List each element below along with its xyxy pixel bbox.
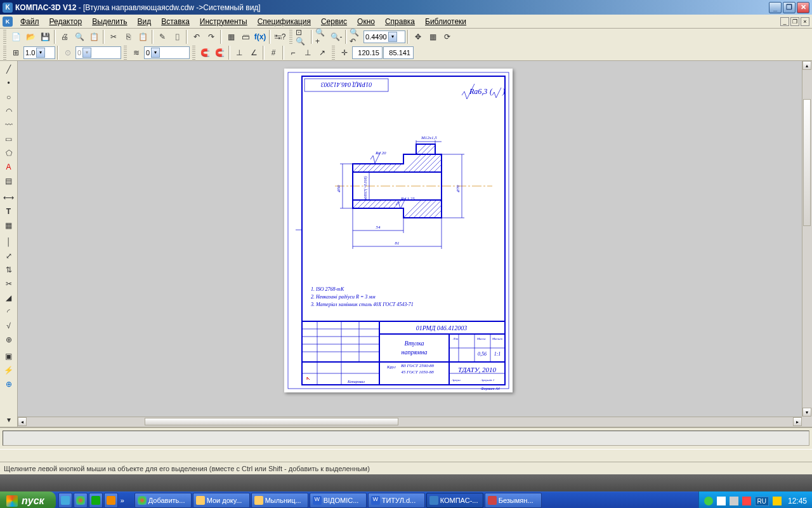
zoom-in-button[interactable]: 🔍+ <box>315 30 329 44</box>
coord-x-field[interactable]: 120.15 <box>352 46 383 59</box>
ql-app2-button[interactable] <box>104 493 118 508</box>
measure-tool-button[interactable]: ⊕ <box>1 377 16 391</box>
language-indicator[interactable]: RU <box>755 497 769 506</box>
roughness-tool-button[interactable]: √ <box>1 319 16 333</box>
perp-snap-button[interactable]: ⊥ <box>301 46 315 60</box>
grip-icon[interactable] <box>289 30 292 44</box>
tray-safely-remove-icon[interactable] <box>704 497 713 505</box>
grid-toggle-button[interactable]: ⊞ <box>9 46 23 60</box>
text-tool-button[interactable]: A <box>1 160 16 174</box>
mdi-minimize-button[interactable]: _ <box>780 17 789 26</box>
separator-bar[interactable] <box>0 449 812 462</box>
view-tool-button[interactable]: ▣ <box>1 349 16 363</box>
horizontal-scrollbar[interactable]: ◂ ▸ <box>18 417 802 427</box>
new-button[interactable]: 📄 <box>9 30 23 44</box>
properties-button[interactable]: ✎ <box>155 30 169 44</box>
mirror-tool-button[interactable]: ⇅ <box>1 263 16 277</box>
fx-button[interactable]: f(x) <box>253 30 267 44</box>
property-panel-inner[interactable] <box>3 431 809 446</box>
pan-button[interactable]: ✥ <box>411 30 425 44</box>
tolerance-tool-button[interactable]: ⊕ <box>1 333 16 347</box>
rect-tool-button[interactable]: ▭ <box>1 132 16 146</box>
angle-snap-button[interactable]: ⌐ <box>286 46 300 60</box>
clock[interactable]: 12:45 <box>788 497 807 505</box>
grip-icon[interactable] <box>124 46 127 60</box>
grip-icon[interactable] <box>3 30 6 44</box>
tray-shield-icon[interactable] <box>742 497 751 505</box>
track-button[interactable]: ↗ <box>315 46 329 60</box>
refresh-button[interactable]: ⟳ <box>440 30 454 44</box>
start-button[interactable]: пуск <box>0 491 56 508</box>
polygon-tool-button[interactable]: ⬠ <box>1 146 16 160</box>
zoom-combo[interactable]: 0.4490▾ <box>363 30 405 43</box>
trim-tool-button[interactable]: ✂ <box>1 277 16 291</box>
circle-tool-button[interactable]: ○ <box>1 90 16 104</box>
open-button[interactable]: 📂 <box>23 30 37 44</box>
copy-props-button[interactable]: ⌷ <box>170 30 184 44</box>
drawing-canvas[interactable]: 01РМД 046.412003 Ra6,3 ( ) <box>18 61 812 427</box>
variable-button[interactable]: 🗃 <box>239 30 252 44</box>
save-button[interactable]: 💾 <box>38 30 52 44</box>
coords-button[interactable]: ✛ <box>337 46 351 60</box>
grip-icon[interactable] <box>332 46 335 60</box>
expand-palette-button[interactable]: ▾ <box>1 413 16 427</box>
undo-button[interactable]: ↶ <box>190 30 204 44</box>
ql-chrome-button[interactable] <box>74 493 88 508</box>
copy-button[interactable]: ⎘ <box>121 30 135 44</box>
hatch-tool-button[interactable]: ▤ <box>1 174 16 188</box>
menu-service[interactable]: Сервис <box>316 15 352 28</box>
step-combo[interactable]: 0▾ <box>75 46 121 59</box>
close-button[interactable]: ✕ <box>797 2 809 13</box>
layer-combo[interactable]: 0▾ <box>144 46 190 59</box>
grip-icon[interactable] <box>192 46 195 60</box>
grid-button[interactable]: # <box>266 46 280 60</box>
task-item-active[interactable]: КОМПАС-... <box>426 493 483 508</box>
spec-button[interactable]: 📋 <box>87 30 101 44</box>
fillet-tool-button[interactable]: ◜ <box>1 305 16 319</box>
axis-tool-button[interactable]: │ <box>1 235 16 249</box>
label-tool-button[interactable]: T <box>1 204 16 218</box>
menu-editor[interactable]: Редактор <box>44 15 88 28</box>
print-button[interactable]: 🖨 <box>58 30 72 44</box>
vertical-scrollbar[interactable]: ▴ ▾ <box>802 61 812 417</box>
library-button[interactable]: ▦ <box>224 30 238 44</box>
break-tool-button[interactable]: ⤢ <box>1 249 16 263</box>
line-tool-button[interactable]: ╱ <box>1 62 16 76</box>
menu-select[interactable]: Выделить <box>87 15 132 28</box>
menu-help[interactable]: Справка <box>380 15 420 28</box>
layers-button[interactable]: ≋ <box>129 46 143 60</box>
polar-button[interactable]: ∠ <box>247 46 261 60</box>
menu-insert[interactable]: Вставка <box>156 15 195 28</box>
task-item[interactable]: Безымян... <box>485 493 542 508</box>
tray-network-icon[interactable] <box>717 497 726 505</box>
table-tool-button[interactable]: ▦ <box>1 218 16 232</box>
task-item[interactable]: Добавить... <box>134 493 192 508</box>
task-item[interactable]: Мои доку... <box>193 493 250 508</box>
menu-window[interactable]: Окно <box>352 15 380 28</box>
ql-desktop-button[interactable] <box>58 493 72 508</box>
tray-volume-icon[interactable] <box>730 497 738 505</box>
ql-app-button[interactable] <box>89 493 103 508</box>
arc-tool-button[interactable]: ◠ <box>1 104 16 118</box>
maximize-button[interactable]: ❐ <box>783 2 796 13</box>
cut-button[interactable]: ✂ <box>107 30 121 44</box>
menu-view[interactable]: Вид <box>133 15 157 28</box>
coord-y-field[interactable]: 85.141 <box>383 46 414 59</box>
grip-icon[interactable] <box>3 46 6 60</box>
orbit-button[interactable]: ▦ <box>426 30 440 44</box>
spline-tool-button[interactable]: 〰 <box>1 118 16 132</box>
menu-libs[interactable]: Библиотеки <box>420 15 471 28</box>
menu-spec[interactable]: Спецификация <box>252 15 316 28</box>
menu-tools[interactable]: Инструменты <box>195 15 252 28</box>
zoom-out-button[interactable]: 🔍- <box>329 30 343 44</box>
dim-tool-button[interactable]: ⟷ <box>1 190 16 204</box>
mdi-close-button[interactable]: × <box>801 17 809 26</box>
help-cursor-button[interactable]: ⭾? <box>273 30 287 44</box>
point-tool-button[interactable]: • <box>1 76 16 90</box>
param-tool-button[interactable]: ⚡ <box>1 363 16 377</box>
chamfer-tool-button[interactable]: ◢ <box>1 291 16 305</box>
scale-combo[interactable]: 1.0▾ <box>23 46 55 59</box>
magnet-off-button[interactable]: 🧲 <box>213 46 226 60</box>
magnet-on-button[interactable]: 🧲 <box>198 46 212 60</box>
preview-button[interactable]: 🔍 <box>72 30 86 44</box>
